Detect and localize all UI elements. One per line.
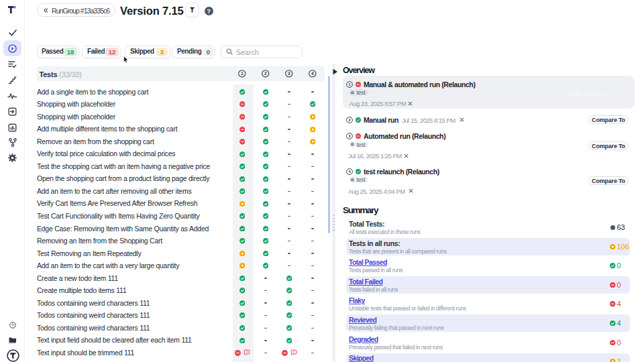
svg-text:?: ? — [11, 322, 14, 327]
svg-text:3: 3 — [348, 134, 350, 138]
svg-text:1: 1 — [348, 82, 350, 86]
svg-text:2: 2 — [348, 118, 350, 122]
svg-text:2: 2 — [264, 71, 267, 76]
svg-text:4: 4 — [348, 170, 351, 174]
svg-text:1: 1 — [241, 71, 244, 76]
svg-text:4: 4 — [311, 71, 314, 76]
svg-text:3: 3 — [288, 71, 290, 76]
